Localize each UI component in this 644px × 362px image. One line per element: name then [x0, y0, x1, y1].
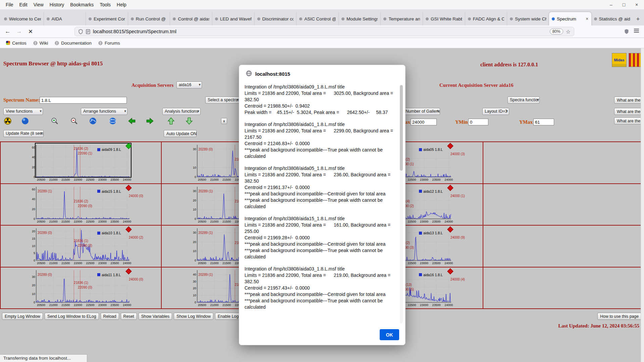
legend-swatch-icon: [419, 148, 422, 151]
window-controls: – □ ×: [608, 2, 644, 7]
tab-led-and-wavefo[interactable]: LED and Wavefo: [212, 12, 254, 25]
acquisition-server-select[interactable]: aida16: [176, 81, 202, 88]
svg-text:23500: 23500: [432, 220, 441, 223]
button-empty-log-window[interactable]: Empty Log Window: [2, 313, 43, 320]
svg-text:23500: 23500: [432, 178, 441, 181]
auto-update-button[interactable]: Auto Update ON: [164, 130, 197, 137]
menu-tools[interactable]: Tools: [97, 1, 114, 8]
layout-id-dropdown[interactable]: Layout ID=3: [482, 108, 509, 115]
stop-button[interactable]: ✕: [26, 28, 35, 35]
tab-system-wide-ch[interactable]: System wide Ch: [507, 12, 549, 25]
midas-logo[interactable]: Midas: [612, 53, 627, 67]
tab-welcome-to-cen[interactable]: Welcome to Cen: [1, 12, 44, 25]
tab-module-settings[interactable]: Module Settings: [338, 12, 381, 25]
x-small-button[interactable]: x: [221, 118, 227, 124]
analysis-functions-dropdown[interactable]: Analysis functions: [162, 108, 201, 115]
tab-experiment-con[interactable]: Experiment Con: [86, 12, 128, 25]
site-info-icon[interactable]: [86, 29, 90, 34]
arrow-down-icon[interactable]: [185, 117, 193, 125]
menu-view[interactable]: View: [31, 1, 47, 8]
tab-aida[interactable]: AIDA: [44, 12, 86, 25]
button-show-log-window[interactable]: Show Log Window: [174, 313, 213, 320]
bookmark-label: Documentation: [61, 41, 92, 46]
blue-globe-icon[interactable]: [21, 117, 29, 125]
tab-close-icon[interactable]: ×: [586, 16, 588, 21]
update-rate-dropdown[interactable]: Update Rate (8 secs): [3, 130, 44, 137]
new-tab-button[interactable]: +: [633, 14, 643, 24]
bookmark-forums[interactable]: Forums: [96, 40, 123, 47]
radiation-icon[interactable]: [4, 117, 11, 125]
svg-text:23000: 23000: [420, 303, 428, 307]
what-are-these-button-2[interactable]: What are these?: [614, 108, 644, 115]
shield-icon[interactable]: [78, 29, 83, 34]
ok-button[interactable]: OK: [380, 329, 399, 340]
zoom-in-icon[interactable]: [51, 117, 58, 125]
bookmark-wiki[interactable]: Wiki: [31, 40, 51, 47]
ymax-input[interactable]: [533, 119, 554, 125]
svg-text:21500: 21500: [222, 220, 231, 223]
button-send-log-window-to-elog[interactable]: Send Log Window to ELog: [45, 313, 99, 320]
menu-hamburger-icon[interactable]: [632, 28, 641, 35]
tab-favicon: [510, 17, 513, 20]
what-are-these-button-1[interactable]: What are these?: [614, 97, 644, 104]
tab-favicon: [257, 17, 260, 20]
tab-run-control[interactable]: Run Control @: [128, 12, 170, 25]
minimize-button[interactable]: –: [608, 2, 614, 7]
view-functions-dropdown[interactable]: View functions: [3, 108, 43, 115]
spectra-functions-dropdown[interactable]: Spectra functions: [507, 97, 540, 104]
menu-help[interactable]: Help: [114, 1, 129, 8]
xmax-input[interactable]: [411, 119, 437, 125]
tab-discriminator-co[interactable]: Discriminator co: [254, 12, 297, 25]
back-button[interactable]: ←: [3, 28, 12, 35]
tab-spectrum[interactable]: Spectrum×: [549, 12, 591, 25]
ymin-input[interactable]: [468, 119, 488, 125]
arrow-up-icon[interactable]: [167, 117, 175, 125]
tab-temperature-an[interactable]: Temperature an: [380, 12, 423, 25]
svg-text:20: 20: [193, 287, 196, 290]
tab-asic-control[interactable]: ASIC Control @: [296, 12, 338, 25]
what-are-these-button-3[interactable]: What are these?: [614, 117, 644, 124]
gsi-logo[interactable]: [629, 53, 642, 67]
tab-control-aidas[interactable]: Control @ aidas: [170, 12, 212, 25]
url-bar[interactable]: localhost:8015/Spectrum/Spectrum.tml 80%…: [74, 27, 574, 36]
tab-favicon: [341, 17, 344, 20]
svg-text:20500: 20500: [37, 261, 45, 265]
button-reload[interactable]: Reload: [101, 313, 119, 320]
svg-text:0: 0: [34, 217, 35, 221]
tab-gsi-white-rabb[interactable]: GSI White Rabb: [423, 12, 465, 25]
spectrum-name-input[interactable]: [40, 97, 127, 104]
arrange-functions-dropdown[interactable]: Arrange functions: [81, 108, 127, 115]
plot-cell: 1020300205002100021500220002250023000235…: [1, 267, 162, 309]
menu-file[interactable]: File: [3, 1, 16, 8]
svg-text:20500: 20500: [198, 303, 206, 307]
tab-statistics-aid[interactable]: Statistics @ aid: [591, 12, 634, 25]
menu-edit[interactable]: Edit: [16, 1, 31, 8]
zoom-level-badge[interactable]: 80%: [550, 28, 563, 35]
tab-fadc-align-c[interactable]: FADC Align & C: [465, 12, 507, 25]
number-of-galleries-dropdown[interactable]: Number of Galleries: [403, 108, 440, 115]
button-show-variables[interactable]: Show Variables: [139, 313, 172, 320]
url-text[interactable]: localhost:8015/Spectrum/Spectrum.tml: [93, 29, 547, 34]
dialog-scrollbar[interactable]: [400, 84, 403, 323]
bookmark-star-icon[interactable]: ☆: [566, 28, 571, 35]
bookmark-documentation[interactable]: Documentation: [52, 40, 94, 47]
arrow-left-icon[interactable]: [128, 117, 136, 125]
menu-bookmarks[interactable]: Bookmarks: [67, 1, 97, 8]
bookmark-centos[interactable]: Centos: [3, 40, 29, 47]
centos-logo-icon: [6, 41, 10, 45]
forward-button[interactable]: →: [15, 28, 23, 35]
sphere-a-icon[interactable]: [89, 117, 97, 125]
arrow-right-icon[interactable]: [146, 117, 154, 125]
zoom-out-icon[interactable]: [70, 117, 78, 125]
maximize-button[interactable]: □: [621, 2, 627, 7]
page-scrollbar[interactable]: [641, 48, 644, 362]
how-to-button[interactable]: How to use this page: [597, 313, 641, 320]
close-button[interactable]: ×: [634, 2, 639, 7]
protections-shield-icon[interactable]: [624, 29, 629, 34]
dialog-scrollbar-thumb[interactable]: [400, 85, 403, 171]
button-reset[interactable]: Reset: [121, 313, 137, 320]
menu-history[interactable]: History: [47, 1, 67, 8]
svg-text:0: 0: [194, 175, 196, 179]
sphere-b-icon[interactable]: [109, 117, 116, 125]
select-spectrum-dropdown[interactable]: Select a spectrum: [205, 97, 239, 104]
